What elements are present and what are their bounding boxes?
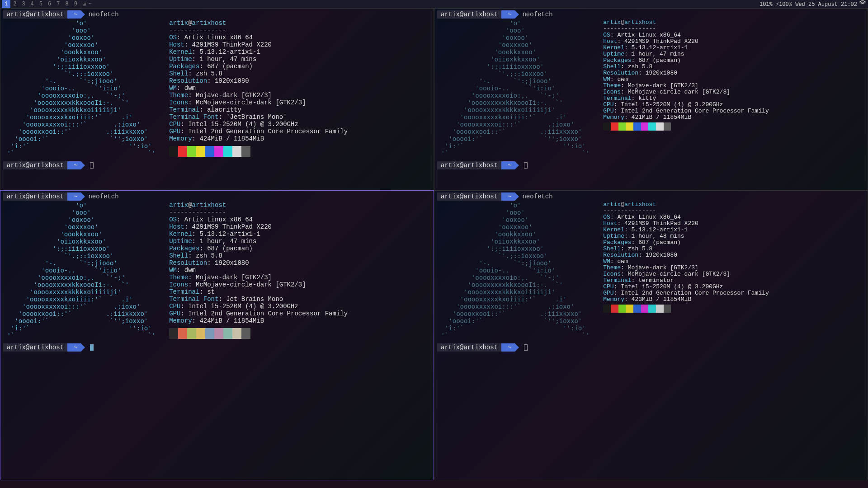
workspace-tag-3[interactable]: 3 [19, 0, 28, 8]
info-row: OS: Artix Linux x86_64 [169, 34, 348, 41]
prompt-user-host: artix@artixhost [3, 161, 67, 169]
info-row: Theme: Mojave-dark [GTK2/3] [603, 265, 769, 271]
neofetch-output: 'o' 'ooo' 'ooxoo' 'ooxxxoo' 'oookkxxoo' … [3, 202, 431, 339]
workspace-tag-6[interactable]: 6 [45, 0, 54, 8]
info-row: Memory: 424MiB / 11854MiB [169, 317, 348, 324]
info-row: OS: Artix Linux x86_64 [603, 32, 769, 38]
info-key: CPU [169, 303, 180, 310]
prompt-command: neofetch [515, 193, 552, 200]
info-divider: --------------- [603, 26, 769, 32]
color-swatch [633, 122, 641, 131]
workspace-tag-4[interactable]: 4 [28, 0, 37, 8]
info-key: Packages [169, 245, 199, 252]
info-user: artix [603, 201, 621, 208]
shell-prompt[interactable]: artix@artixhost ~ neofetch [437, 192, 865, 201]
info-key: Uptime [169, 238, 192, 245]
shell-prompt[interactable]: artix@artixhost ~ [3, 161, 431, 169]
info-key: Uptime [603, 233, 624, 239]
shell-prompt[interactable]: artix@artixhost ~ [3, 343, 431, 352]
terminal-pane[interactable]: artix@artixhost ~ neofetch 'o' 'ooo' 'oo… [0, 190, 434, 480]
info-row: GPU: Intel 2nd Generation Core Processor… [169, 128, 348, 135]
info-row: Kernel: 5.13.12-artix1-1 [169, 230, 348, 238]
info-user: artix [169, 19, 188, 27]
info-value: 424MiB / 11854MiB [199, 317, 264, 324]
info-key: CPU [603, 283, 613, 290]
info-key: CPU [603, 101, 613, 108]
info-key: Host [603, 38, 617, 45]
info-row: WM: dwm [603, 76, 769, 83]
info-key: Shell [169, 70, 188, 77]
info-value: 868x488 [215, 259, 249, 267]
info-key: Theme [169, 274, 188, 281]
info-value: 423MiB / 11854MiB [632, 296, 692, 303]
neofetch-info: artix@artixhost---------------OS: Artix … [603, 19, 769, 121]
info-key: Memory [603, 296, 624, 303]
info-row: Terminal: alacritty [169, 106, 348, 113]
info-row: Theme: Mojave-dark [GTK2/3] [603, 83, 769, 89]
terminal-pane[interactable]: artix@artixhost ~ neofetch 'o' 'ooo' 'oo… [0, 8, 434, 190]
shell-prompt[interactable]: artix@artixhost ~ [437, 343, 865, 352]
prompt-path: ~ [67, 10, 81, 19]
info-key: GPU [169, 310, 180, 317]
info-row: CPU: Intel i5-2520M (4) @ 3.200GHz [603, 284, 769, 290]
prompt-path: ~ [501, 192, 515, 201]
info-row: Terminal Font: 'JetBrains Mono' [169, 113, 348, 121]
info-user: artix [169, 202, 188, 209]
shell-prompt[interactable]: artix@artixhost ~ neofetch [437, 10, 865, 19]
info-key: Memory [603, 114, 624, 121]
prompt-user-host: artix@artixhost [3, 343, 67, 352]
info-value: McMojave-circle-dark [GTK2/3] [628, 271, 730, 277]
info-value: Intel 2nd Generation Core Processor Fami… [188, 310, 348, 317]
info-value: st [207, 288, 215, 296]
info-row: Host: 4291MS9 ThinkPad X220 [603, 38, 769, 45]
info-key: Memory [169, 135, 192, 142]
info-row: Memory: 424MiB / 11854MiB [169, 135, 348, 142]
color-swatch [214, 328, 223, 339]
info-key: Terminal [603, 95, 631, 102]
workspace-tag-1[interactable]: 1 [2, 0, 10, 8]
color-swatch [187, 328, 196, 339]
shell-prompt[interactable]: artix@artixhost ~ [437, 161, 865, 169]
color-swatch [611, 305, 618, 313]
prompt-path: ~ [501, 161, 515, 169]
shell-prompt[interactable]: artix@artixhost ~ neofetch [3, 192, 431, 201]
info-row: Host: 4291MS9 ThinkPad X220 [169, 41, 348, 48]
info-row: Resolution: 868x488 [169, 77, 348, 84]
prompt-path: ~ [67, 161, 81, 169]
info-value: 687 (pacman) [207, 245, 253, 252]
workspace-tag-7[interactable]: 7 [54, 0, 62, 8]
info-value: terminator [638, 277, 674, 284]
info-value: Mojave-dark [GTK2/3] [628, 264, 698, 271]
info-value: 868x488 [646, 70, 677, 76]
terminal-pane[interactable]: artix@artixhost ~ neofetch 'o' 'ooo' 'oo… [434, 8, 868, 190]
info-row: Terminal Font: Jet Brains Mono [169, 296, 348, 303]
shell-prompt[interactable]: artix@artixhost ~ neofetch [3, 10, 431, 19]
color-swatch [618, 122, 626, 131]
info-value: McMojave-circle-dark [GTK2/3] [628, 89, 730, 95]
color-swatch [187, 146, 196, 157]
color-swatch [626, 122, 633, 131]
info-value: zsh 5.8 [196, 252, 222, 259]
ascii-logo: 'o' 'ooo' 'ooxoo' 'ooxxxoo' 'oookkxxoo' … [3, 202, 156, 339]
workspace-tag-5[interactable]: 5 [37, 0, 45, 8]
workspace-tag-8[interactable]: 8 [62, 0, 71, 8]
prompt-path: ~ [67, 343, 81, 352]
info-key: OS [169, 34, 177, 41]
color-swatch [169, 146, 178, 157]
neofetch-output: 'o' 'ooo' 'ooxoo' 'ooxxxoo' 'oookkxxoo' … [437, 202, 865, 339]
info-row: Packages: 687 (pacman) [603, 57, 769, 64]
info-key: Icons [603, 89, 621, 95]
info-key: Terminal Font [169, 113, 218, 121]
info-at: @ [621, 19, 624, 26]
cursor [524, 162, 528, 169]
color-swatch [214, 146, 223, 157]
info-row: CPU: Intel i5-2520M (4) @ 3.200GHz [169, 303, 348, 310]
terminal-pane[interactable]: artix@artixhost ~ neofetch 'o' 'ooo' 'oo… [434, 190, 868, 480]
info-key: Kernel [169, 48, 192, 56]
layout-icon: ⊞ [83, 1, 86, 8]
neofetch-output: 'o' 'ooo' 'ooxoo' 'ooxxxoo' 'oookkxxoo' … [437, 19, 865, 157]
color-swatches [169, 146, 250, 157]
workspace-tag-2[interactable]: 2 [10, 0, 19, 8]
info-key: WM [603, 76, 610, 83]
workspace-tag-9[interactable]: 9 [71, 0, 80, 8]
